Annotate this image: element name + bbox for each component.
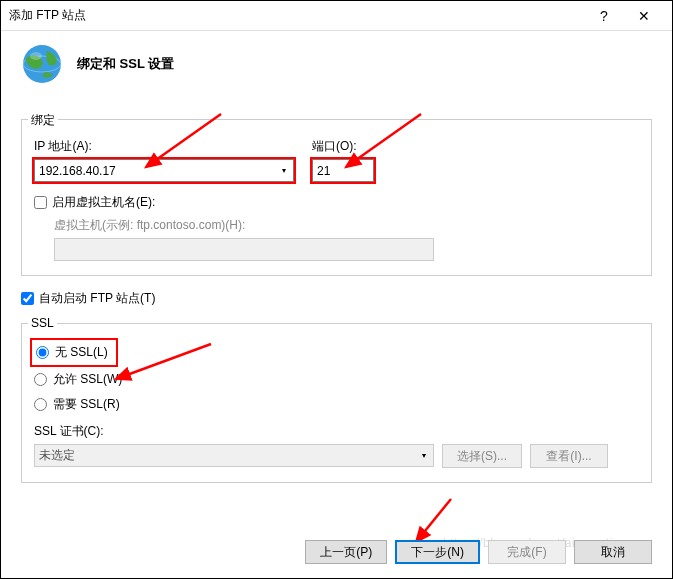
next-button[interactable]: 下一步(N) xyxy=(395,540,480,564)
help-button[interactable]: ? xyxy=(584,1,624,31)
ssl-cert-input xyxy=(34,444,434,467)
ssl-require-label: 需要 SSL(R) xyxy=(53,396,120,413)
footer: 上一页(P) 下一步(N) 完成(F) 取消 xyxy=(305,540,652,564)
ssl-cert-label: SSL 证书(C): xyxy=(34,423,639,440)
window-title: 添加 FTP 站点 xyxy=(9,7,86,24)
ssl-group: SSL 无 SSL(L) 允许 SSL(W) 需要 SSL(R) SSL 证书(… xyxy=(21,323,652,483)
auto-start-checkbox[interactable] xyxy=(21,292,34,305)
svg-point-2 xyxy=(30,52,42,60)
ip-address-label: IP 地址(A): xyxy=(34,138,294,155)
vhost-checkbox[interactable] xyxy=(34,196,47,209)
port-label: 端口(O): xyxy=(312,138,374,155)
header: 绑定和 SSL 设置 xyxy=(1,31,672,103)
titlebar: 添加 FTP 站点 ? ✕ xyxy=(1,1,672,31)
close-button[interactable]: ✕ xyxy=(624,1,664,31)
prev-button[interactable]: 上一页(P) xyxy=(305,540,387,564)
ip-address-input[interactable] xyxy=(34,159,294,182)
vhost-checkbox-label: 启用虚拟主机名(E): xyxy=(52,194,155,211)
globe-icon xyxy=(21,43,63,85)
auto-start-label: 自动启动 FTP 站点(T) xyxy=(39,290,155,307)
port-input[interactable] xyxy=(312,159,374,182)
binding-legend: 绑定 xyxy=(28,112,58,129)
svg-line-6 xyxy=(416,499,451,542)
view-cert-button: 查看(I)... xyxy=(530,444,608,468)
ssl-allow-radio[interactable] xyxy=(34,373,47,386)
cancel-button[interactable]: 取消 xyxy=(574,540,652,564)
ssl-legend: SSL xyxy=(28,316,57,330)
vhost-label: 虚拟主机(示例: ftp.contoso.com)(H): xyxy=(54,217,639,234)
binding-group: 绑定 IP 地址(A): ▾ 端口(O): 启用虚拟主机名(E): 虚拟主机(示… xyxy=(21,119,652,276)
ssl-none-radio[interactable] xyxy=(36,346,49,359)
ssl-none-label: 无 SSL(L) xyxy=(55,344,108,361)
ip-address-field[interactable]: ▾ xyxy=(34,159,294,182)
ssl-cert-field[interactable]: ▾ xyxy=(34,444,434,468)
vhost-input xyxy=(54,238,434,261)
ssl-require-radio[interactable] xyxy=(34,398,47,411)
page-title: 绑定和 SSL 设置 xyxy=(77,55,174,73)
finish-button: 完成(F) xyxy=(488,540,566,564)
ssl-allow-label: 允许 SSL(W) xyxy=(53,371,122,388)
select-cert-button: 选择(S)... xyxy=(442,444,522,468)
